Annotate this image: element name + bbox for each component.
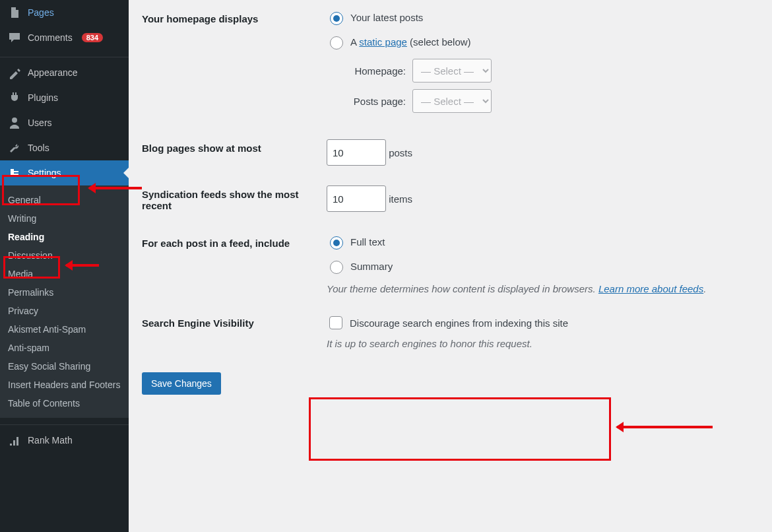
radio-latest-posts[interactable] — [330, 12, 343, 25]
rankmath-icon — [8, 434, 21, 447]
settings-label: Settings — [28, 168, 61, 178]
arrow-to-sev — [617, 426, 713, 428]
radio-summary[interactable] — [330, 261, 343, 274]
search-engine-visibility-label: Search Engine Visibility — [142, 304, 320, 359]
pages-icon — [8, 6, 21, 19]
plugins-label: Plugins — [28, 92, 58, 103]
blog-pages-label: Blog pages show at most — [142, 129, 320, 176]
menu-separator — [0, 53, 129, 57]
discourage-label: Discourage search engines from indexing … — [350, 317, 568, 329]
submenu-permalinks[interactable]: Permalinks — [0, 283, 129, 302]
appearance-label: Appearance — [28, 67, 78, 78]
homepage-displays-label: Your homepage displays — [142, 0, 320, 129]
users-label: Users — [28, 117, 52, 128]
appearance-icon — [8, 66, 21, 79]
static-page-text: A static page (select below) — [350, 36, 471, 48]
submenu-akismet[interactable]: Akismet Anti-Spam — [0, 320, 129, 339]
submenu-antispam[interactable]: Anti-spam — [0, 339, 129, 357]
users-icon — [8, 116, 21, 129]
sidebar-item-users[interactable]: Users — [0, 110, 129, 135]
sidebar-item-rankmath[interactable]: Rank Math — [0, 428, 129, 453]
sidebar-item-plugins[interactable]: Plugins — [0, 85, 129, 110]
tools-label: Tools — [28, 143, 49, 153]
latest-posts-label: Your latest posts — [350, 12, 423, 23]
pages-label: Pages — [28, 7, 54, 18]
radio-full-text[interactable] — [330, 236, 343, 249]
posts-page-select[interactable]: — Select — — [412, 89, 492, 113]
arrow-to-settings — [89, 187, 142, 189]
homepage-select-label: Homepage: — [340, 65, 406, 77]
submenu-reading[interactable]: Reading — [0, 228, 129, 246]
settings-icon — [8, 166, 21, 180]
sidebar-item-tools[interactable]: Tools — [0, 135, 129, 160]
settings-submenu: General Writing Reading Discussion Media… — [0, 185, 129, 418]
submenu-headers-footers[interactable]: Insert Headers and Footers — [0, 376, 129, 394]
submenu-general[interactable]: General — [0, 191, 129, 209]
plugins-icon — [8, 91, 21, 104]
blog-pages-input[interactable] — [327, 139, 386, 166]
full-text-label: Full text — [350, 236, 385, 248]
sev-note: It is up to search engines to honor this… — [327, 338, 752, 349]
active-caret-icon — [118, 168, 129, 178]
comments-icon — [8, 31, 21, 44]
sidebar-item-comments[interactable]: Comments 834 — [0, 25, 129, 50]
static-page-link[interactable]: static page — [359, 36, 407, 48]
items-unit: items — [389, 193, 412, 205]
arrow-to-reading — [66, 264, 99, 267]
sidebar-item-appearance[interactable]: Appearance — [0, 60, 129, 85]
posts-unit: posts — [389, 147, 412, 158]
comments-badge: 834 — [82, 33, 103, 42]
submenu-privacy[interactable]: Privacy — [0, 302, 129, 320]
comments-label: Comments — [28, 32, 73, 43]
submenu-writing[interactable]: Writing — [0, 209, 129, 228]
theme-note: Your theme determines how content is dis… — [327, 283, 752, 294]
radio-static-page[interactable] — [330, 36, 343, 50]
posts-page-select-label: Posts page: — [340, 96, 406, 107]
submenu-easy-social[interactable]: Easy Social Sharing — [0, 357, 129, 376]
tools-icon — [8, 141, 21, 154]
syndication-label: Syndication feeds show the most recent — [142, 176, 320, 224]
summary-label: Summary — [350, 261, 393, 272]
learn-feeds-link[interactable]: Learn more about feeds — [598, 283, 703, 294]
save-changes-button[interactable]: Save Changes — [142, 372, 221, 395]
syndication-input[interactable] — [327, 185, 386, 212]
submenu-toc[interactable]: Table of Contents — [0, 394, 129, 413]
menu-separator — [0, 420, 129, 425]
sidebar-item-settings[interactable]: Settings — [0, 160, 129, 185]
feed-include-label: For each post in a feed, include — [142, 224, 320, 304]
homepage-select[interactable]: — Select — — [412, 59, 492, 83]
sidebar-item-pages[interactable]: Pages — [0, 0, 129, 25]
main-content: Your homepage displays Your latest posts… — [129, 0, 772, 532]
checkbox-discourage-indexing[interactable] — [329, 316, 342, 329]
rankmath-label: Rank Math — [28, 435, 73, 446]
